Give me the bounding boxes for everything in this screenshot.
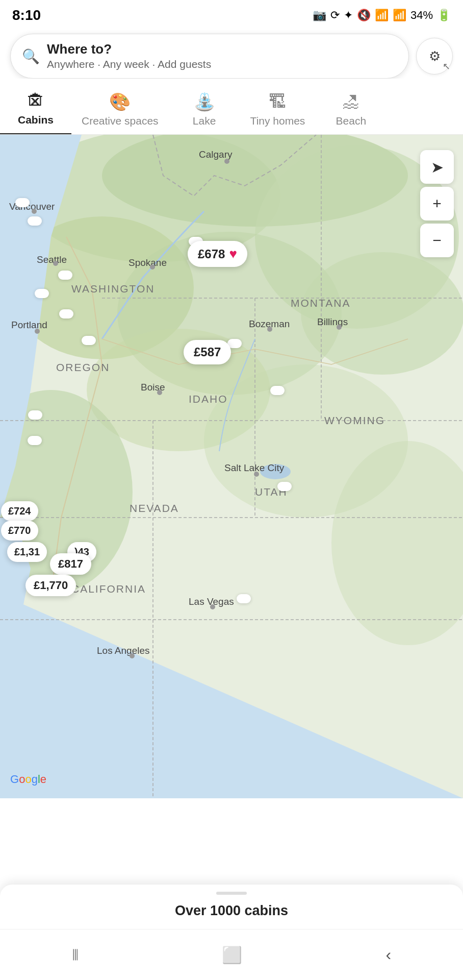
price-marker-131[interactable]: £1,31 xyxy=(7,542,47,562)
nav-bar: ⦀ ⬜ ‹ xyxy=(0,929,463,980)
price-817-label: £817 xyxy=(58,557,83,570)
minus-icon: − xyxy=(432,232,442,249)
price-724-label: £724 xyxy=(8,505,31,517)
nav-home-button[interactable]: ⬜ xyxy=(207,940,258,970)
city-label-los-angeles: Los Angeles xyxy=(97,645,150,656)
tab-creative-spaces[interactable]: 🎨 Creative spaces xyxy=(71,91,169,134)
zoom-in-button[interactable]: + xyxy=(420,187,454,220)
state-label-idaho: IDAHO xyxy=(189,393,228,405)
price-marker-817[interactable]: £817 xyxy=(50,553,91,575)
price-678-label: £678 xyxy=(198,247,225,261)
state-label-montana: MONTANA xyxy=(291,297,350,309)
tab-tiny-homes-label: Tiny homes xyxy=(250,115,305,127)
status-bar: 8:10 📷 ⟳ ✦ 🔇 📶 📶 34% 🔋 xyxy=(0,0,463,29)
search-icon: 🔍 xyxy=(22,48,40,65)
city-label-spokane: Spokane xyxy=(128,257,167,268)
tab-beach-label: Beach xyxy=(336,115,367,127)
price-marker-1770[interactable]: £1,770 xyxy=(25,575,76,596)
wifi-icon: 📶 xyxy=(375,9,389,22)
bottom-sheet-handle xyxy=(216,892,247,895)
bottom-sheet[interactable]: Over 1000 cabins xyxy=(0,885,463,929)
nfc-icon: ⟳ xyxy=(330,9,340,22)
price-dot-11[interactable] xyxy=(28,436,42,445)
cursor-icon: ↖ xyxy=(443,61,450,72)
price-587-label: £587 xyxy=(194,345,221,359)
search-title: Where to? xyxy=(47,41,211,57)
price-dot-5[interactable] xyxy=(35,289,49,298)
tab-cabins-label: Cabins xyxy=(18,114,54,126)
price-dot-1[interactable] xyxy=(15,198,30,207)
google-logo: Google xyxy=(10,773,46,786)
price-dot-6[interactable] xyxy=(59,309,73,318)
tab-cabins[interactable]: 🏚 Cabins xyxy=(0,91,71,134)
price-dot-12[interactable] xyxy=(277,482,292,491)
plus-icon: + xyxy=(432,195,442,212)
filter-icon: ⚙ xyxy=(429,48,441,64)
search-area: 🔍 Where to? Anywhere · Any week · Add gu… xyxy=(0,29,463,79)
heart-icon-678: ♥ xyxy=(229,246,237,262)
bluetooth-icon: ✦ xyxy=(344,9,353,22)
tab-beach[interactable]: 🏖 Beach xyxy=(315,92,387,134)
price-marker-678[interactable]: £678 ♥ xyxy=(188,241,247,267)
zoom-out-button[interactable]: − xyxy=(420,224,454,257)
nav-back-button[interactable]: ‹ xyxy=(371,940,407,969)
tab-tiny-homes[interactable]: 🏗 Tiny homes xyxy=(240,92,316,134)
price-dot-7[interactable] xyxy=(82,336,96,345)
mute-icon: 🔇 xyxy=(357,9,371,22)
price-dot-2[interactable] xyxy=(28,216,42,226)
category-tabs: 🏚 Cabins 🎨 Creative spaces ⛲ Lake 🏗 Tiny… xyxy=(0,79,463,135)
price-marker-770-partial[interactable]: £770 xyxy=(1,521,38,541)
search-subtitle: Anywhere · Any week · Add guests xyxy=(47,57,211,71)
battery-icon: 🔋 xyxy=(437,9,451,22)
state-label-washington: WASHINGTON xyxy=(71,283,155,295)
beach-icon: 🏖 xyxy=(342,92,359,112)
camera-icon: 📷 xyxy=(313,9,326,22)
price-marker-587[interactable]: £587 xyxy=(184,340,231,364)
city-label-billings: Billings xyxy=(317,316,348,328)
lake-icon: ⛲ xyxy=(194,91,215,112)
state-label-wyoming: WYOMING xyxy=(324,414,385,427)
price-dot-4[interactable] xyxy=(58,271,72,280)
back-icon: ‹ xyxy=(386,945,392,964)
price-1770-label: £1,770 xyxy=(34,579,68,592)
search-text: Where to? Anywhere · Any week · Add gues… xyxy=(47,41,211,71)
city-label-seattle: Seattle xyxy=(37,254,67,265)
tab-lake-label: Lake xyxy=(193,115,216,127)
cabins-icon: 🏚 xyxy=(27,91,44,111)
nav-menu-button[interactable]: ⦀ xyxy=(57,940,94,969)
state-label-nevada: NEVADA xyxy=(130,502,179,514)
tiny-homes-icon: 🏗 xyxy=(269,92,286,112)
menu-icon: ⦀ xyxy=(72,945,79,964)
battery-indicator: 34% xyxy=(410,9,433,22)
creative-spaces-icon: 🎨 xyxy=(109,91,131,112)
search-bar[interactable]: 🔍 Where to? Anywhere · Any week · Add gu… xyxy=(10,34,409,79)
result-count-text: Over 1000 cabins xyxy=(0,903,463,919)
price-770-partial-label: £770 xyxy=(8,525,31,536)
state-label-oregon: OREGON xyxy=(56,361,110,374)
status-time: 8:10 xyxy=(12,7,41,23)
price-dot-10[interactable] xyxy=(28,410,42,420)
filter-button[interactable]: ⚙ ↖ xyxy=(416,38,453,75)
price-marker-724[interactable]: £724 xyxy=(1,501,38,521)
map-view[interactable]: Calgary Vancouver Seattle Spokane Portla… xyxy=(0,135,463,798)
locate-icon: ➤ xyxy=(431,158,444,176)
signal-icon: 📶 xyxy=(393,9,406,22)
locate-button[interactable]: ➤ xyxy=(420,150,454,184)
svg-point-6 xyxy=(301,252,463,375)
tab-creative-spaces-label: Creative spaces xyxy=(82,115,159,127)
state-label-california: CALIFORNIA xyxy=(71,583,146,595)
price-dot-13[interactable] xyxy=(237,594,251,603)
map-controls: ➤ + − xyxy=(420,150,454,257)
price-dot-9[interactable] xyxy=(270,386,285,395)
price-131-label: £1,31 xyxy=(14,546,40,557)
home-nav-icon: ⬜ xyxy=(222,946,242,964)
status-icons: 📷 ⟳ ✦ 🔇 📶 📶 34% 🔋 xyxy=(313,9,451,22)
tab-lake[interactable]: ⛲ Lake xyxy=(169,91,240,134)
city-label-portland: Portland xyxy=(11,320,47,331)
